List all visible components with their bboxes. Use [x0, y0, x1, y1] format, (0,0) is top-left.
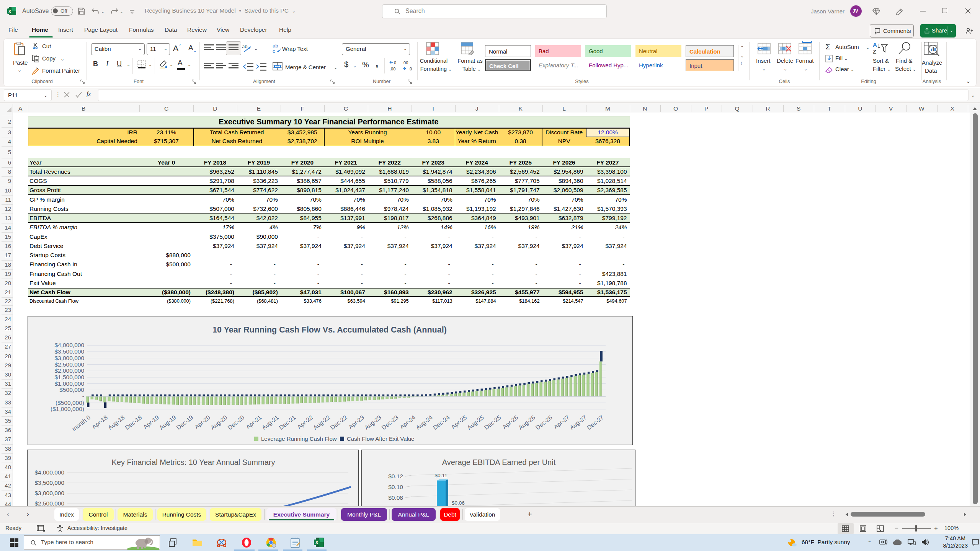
- svg-text:Key Financial Metrics: 10 Year: Key Financial Metrics: 10 Year Annual Su…: [111, 458, 275, 466]
- svg-text:$1,000,000: $1,000,000: [54, 380, 84, 387]
- svg-text:Aug-26: Aug-26: [517, 414, 536, 431]
- svg-text:0: 0: [410, 67, 412, 71]
- svg-text:$3,000,000: $3,000,000: [34, 490, 64, 496]
- svg-text:($1,000,000): ($1,000,000): [51, 406, 84, 412]
- svg-text:Aug-24: Aug-24: [415, 414, 434, 431]
- svg-text:$0.10: $0.10: [388, 484, 403, 490]
- svg-text:$1,500,000: $1,500,000: [54, 374, 84, 380]
- svg-text:Dec-22: Dec-22: [329, 414, 348, 431]
- svg-text:Aug-20: Aug-20: [209, 414, 229, 431]
- svg-text:$2,000,000: $2,000,000: [54, 367, 84, 374]
- svg-text:.00: .00: [390, 67, 395, 71]
- svg-text:Dec-27: Dec-27: [586, 414, 605, 431]
- svg-text:Aug-18: Aug-18: [107, 414, 126, 431]
- svg-text:Dec-18: Dec-18: [124, 414, 143, 431]
- svg-text:Apr-26: Apr-26: [501, 414, 519, 430]
- svg-text:Dec-21: Dec-21: [278, 414, 297, 431]
- svg-text:Apr-25: Apr-25: [450, 414, 468, 430]
- svg-text:ab: ab: [273, 43, 278, 49]
- svg-text:Aug-23: Aug-23: [363, 414, 382, 431]
- svg-text:Apr-20: Apr-20: [193, 414, 211, 430]
- svg-text:Average EBITDA Earned per Unit: Average EBITDA Earned per Unit: [442, 458, 556, 466]
- svg-text:0: 0: [394, 60, 396, 65]
- svg-text:$3,000,000: $3,000,000: [54, 355, 84, 361]
- svg-text:Apr-24: Apr-24: [399, 414, 416, 430]
- svg-text:Aug-22: Aug-22: [312, 414, 331, 431]
- svg-text:$0.06: $0.06: [452, 500, 465, 506]
- svg-text:$4,000,000: $4,000,000: [34, 469, 64, 476]
- svg-text:($500,000): ($500,000): [56, 399, 84, 406]
- svg-text:Dec-26: Dec-26: [534, 414, 554, 431]
- svg-text:-: -: [82, 393, 84, 399]
- svg-text:c: c: [273, 48, 275, 54]
- svg-text:Apr-23: Apr-23: [347, 414, 365, 430]
- svg-text:$500,000: $500,000: [59, 386, 84, 393]
- svg-text:.00: .00: [402, 60, 408, 65]
- svg-text:$0.08: $0.08: [388, 494, 403, 501]
- svg-text:Dec-24: Dec-24: [432, 414, 451, 431]
- svg-text:Apr-27: Apr-27: [552, 414, 570, 430]
- svg-text:Aug-27: Aug-27: [568, 414, 588, 431]
- svg-text:Dec-23: Dec-23: [381, 414, 400, 431]
- svg-text:$3,500,000: $3,500,000: [34, 479, 64, 486]
- svg-text:Aug-21: Aug-21: [261, 414, 280, 431]
- svg-text:Aug-25: Aug-25: [466, 414, 485, 431]
- svg-text:$0.12: $0.12: [388, 473, 403, 479]
- svg-text:10 Year Running Cash Flow Vs.: 10 Year Running Cash Flow Vs. Accumulate…: [212, 325, 447, 334]
- svg-text:X: X: [8, 9, 11, 14]
- svg-text:X: X: [315, 540, 318, 545]
- svg-text:$2,500,000: $2,500,000: [54, 361, 84, 368]
- svg-text:Z: Z: [873, 48, 876, 55]
- svg-text:Aug-19: Aug-19: [158, 414, 177, 431]
- svg-text:$3,500,000: $3,500,000: [54, 348, 84, 355]
- svg-text:Dec-20: Dec-20: [227, 414, 246, 431]
- svg-text:Dec-19: Dec-19: [175, 414, 194, 431]
- svg-text:Cash Flow After Exit Value: Cash Flow After Exit Value: [347, 435, 414, 442]
- svg-text:Apr-18: Apr-18: [91, 414, 109, 430]
- svg-text:month 0: month 0: [71, 414, 92, 432]
- svg-text:$2,500,000: $2,500,000: [34, 500, 64, 506]
- svg-text:A: A: [873, 41, 877, 48]
- svg-text:$4,000,000: $4,000,000: [54, 342, 84, 348]
- svg-text:Dec-25: Dec-25: [483, 414, 502, 431]
- svg-text:Apr-19: Apr-19: [142, 414, 160, 430]
- svg-text:$0.11: $0.11: [435, 473, 448, 478]
- svg-text:ab: ab: [242, 44, 247, 49]
- svg-text:Apr-21: Apr-21: [245, 414, 263, 430]
- svg-text:Apr-22: Apr-22: [296, 414, 314, 430]
- svg-text:Leverage Running Cash Flow: Leverage Running Cash Flow: [261, 435, 337, 442]
